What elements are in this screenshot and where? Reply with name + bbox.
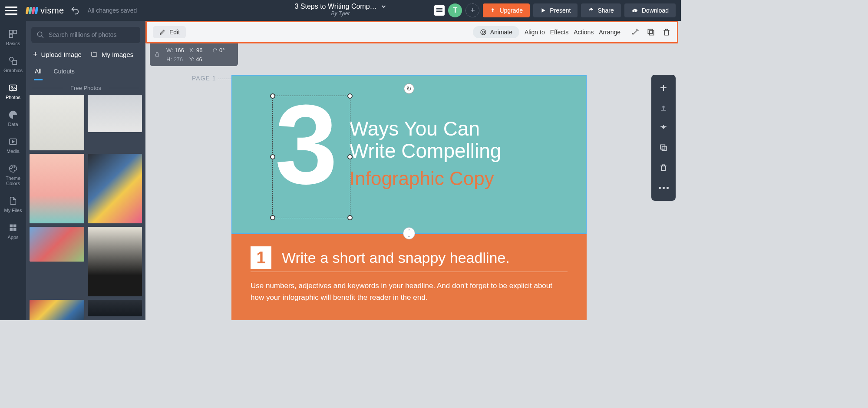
avatar[interactable]: T [448,3,462,17]
effects-button[interactable]: Effects [550,29,569,36]
document-byline: By Tyler [294,10,386,17]
tab-all[interactable]: All [34,65,43,80]
sidebar-item-media[interactable]: Media [0,135,26,156]
pencil-icon [159,29,166,36]
add-page-button[interactable]: + [654,78,673,97]
step-title[interactable]: Write a short and snappy headline. [282,249,510,266]
svg-rect-18 [650,31,654,35]
duplicate-icon[interactable] [647,28,655,36]
headline-line-3[interactable]: Infographic Copy [350,168,494,189]
media-icon [8,136,18,147]
svg-point-17 [482,31,484,33]
present-button[interactable]: Present [533,3,578,17]
svg-rect-22 [660,145,665,149]
expand-handle[interactable]: ⌃⌃ [403,227,415,239]
section-free-photos: Free Photos [26,85,145,91]
svg-rect-2 [10,34,13,37]
folder-icon [90,51,98,58]
svg-point-9 [12,166,13,167]
page-label: PAGE 1 [192,75,234,82]
trash-icon[interactable] [662,28,671,36]
infographic-header[interactable]: ↻ 3 Ways You Can Write Compelling Infogr… [231,75,587,234]
logo[interactable]: visme [26,6,64,16]
sidebar-item-theme-colors[interactable]: Theme Colors [0,162,26,188]
more-icon[interactable] [654,178,673,197]
photos-icon [8,83,18,93]
files-icon [8,196,18,206]
search-input[interactable]: Search millions of photos [31,27,140,43]
photos-panel: Search millions of photos + Upload Image… [26,21,145,320]
my-images-button[interactable]: My Images [90,51,133,58]
chevron-down-icon [381,4,386,9]
photo-thumb[interactable] [88,95,142,132]
sidebar-item-photos[interactable]: Photos [0,81,26,102]
svg-rect-19 [648,29,652,33]
photo-thumb[interactable] [30,300,84,320]
step-number[interactable]: 1 [251,246,271,269]
headline-line-2[interactable]: Write Compelling [350,139,501,163]
delete-page-icon[interactable] [654,158,673,177]
page-tools: + [651,75,676,201]
page[interactable]: ↻ 3 Ways You Can Write Compelling Infogr… [231,75,587,320]
apps-icon [8,222,18,233]
menu-icon[interactable] [5,4,17,17]
svg-rect-1 [13,30,17,33]
arrange-button[interactable]: Arrange [599,29,620,36]
document-title-block[interactable]: 3 Steps to Writing Comp… By Tyler [294,3,386,17]
insert-icon[interactable] [654,118,673,137]
magic-wand-icon[interactable] [631,28,640,36]
svg-rect-12 [13,225,17,228]
share-button[interactable]: Share [581,3,620,17]
infographic-body[interactable]: 1 Write a short and snappy headline. Use… [231,234,587,320]
upload-page-icon[interactable] [654,98,673,117]
svg-rect-14 [13,228,17,231]
data-icon [8,109,18,120]
sidebar-item-basics[interactable]: Basics [0,27,26,48]
add-collaborator-button[interactable]: + [465,3,479,17]
photo-thumb[interactable] [30,95,84,150]
photo-thumb[interactable] [88,227,142,296]
photo-thumb[interactable] [30,227,84,262]
svg-rect-4 [13,60,17,64]
play-icon [540,7,546,13]
svg-rect-21 [662,146,667,151]
plus-icon: + [33,50,38,59]
svg-point-15 [37,32,42,37]
photo-thumb[interactable] [88,300,142,316]
headline-line-1[interactable]: Ways You Can [350,117,480,140]
rotate-handle[interactable]: ↻ [404,83,414,94]
svg-point-10 [14,166,15,167]
duplicate-page-icon[interactable] [654,138,673,157]
sidebar-item-apps[interactable]: Apps [0,221,26,242]
canvas[interactable]: PAGE 1 ↻ 3 Ways You Can Write Compelling… [145,43,681,320]
download-button[interactable]: Download [624,3,676,17]
undo-icon[interactable] [70,6,80,15]
upgrade-button[interactable]: Upgrade [483,3,530,17]
photo-thumb[interactable] [30,154,84,223]
logo-text: visme [40,6,64,16]
context-toolbar: Edit Animate Align to Effects Actions Ar… [145,21,678,43]
step-body[interactable]: Use numbers, adjectives and keywords in … [251,280,568,303]
palette-icon [8,163,18,174]
sidebar-item-data[interactable]: Data [0,108,26,129]
selection-box[interactable] [272,96,350,218]
panel-tabs: All Cutouts [26,63,145,80]
graphics-icon [8,56,18,66]
actions-button[interactable]: Actions [574,29,594,36]
svg-point-6 [11,86,13,88]
notes-icon[interactable] [434,5,445,16]
search-icon [36,31,44,39]
document-title: 3 Steps to Writing Comp… [294,3,376,10]
animate-icon [480,29,487,36]
align-to-button[interactable]: Align to [525,29,545,36]
animate-button[interactable]: Animate [473,26,519,38]
photo-thumb[interactable] [88,154,142,223]
photo-grid [26,95,145,320]
sidebar-item-graphics[interactable]: Graphics [0,54,26,75]
edit-button[interactable]: Edit [153,26,186,38]
basics-icon [8,29,18,39]
sidebar-item-my-files[interactable]: My Files [0,194,26,215]
left-sidebar: Basics Graphics Photos Data Media Theme … [0,21,26,320]
tab-cutouts[interactable]: Cutouts [53,65,76,80]
upload-image-button[interactable]: + Upload Image [33,50,82,59]
